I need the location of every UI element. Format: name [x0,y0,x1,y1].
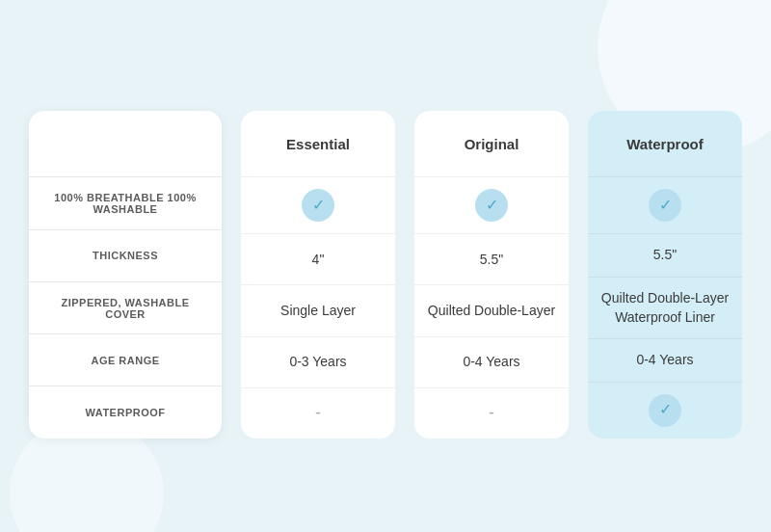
column-header-essential: Essential [241,111,395,176]
data-column-waterproof: Waterproof✓5.5"Quilted Double-Layer Wate… [588,111,742,438]
data-cell-waterproof-0: ✓ [588,176,742,233]
data-cell-original-0: ✓ [414,176,569,233]
check-icon: ✓ [649,394,681,427]
data-cell-essential-1: 4" [241,233,395,284]
data-cell-essential-4: - [241,387,395,439]
check-icon: ✓ [649,189,681,222]
data-columns: Essential✓4"Single Layer0-3 Years-Origin… [231,111,742,438]
data-column-essential: Essential✓4"Single Layer0-3 Years- [241,111,395,438]
check-icon: ✓ [302,189,334,222]
dash-icon: - [315,401,321,425]
data-column-original: Original✓5.5"Quilted Double-Layer0-4 Yea… [414,111,569,438]
data-cell-original-1: 5.5" [414,233,569,284]
label-header [29,111,222,176]
data-cell-essential-2: Single Layer [241,284,395,335]
dash-icon: - [489,401,494,425]
data-cell-essential-0: ✓ [241,176,395,233]
data-cell-waterproof-1: 5.5" [588,233,742,277]
data-cell-original-3: 0-4 Years [414,336,569,387]
row-label: AGE RANGE [29,333,222,386]
data-cell-waterproof-3: 0-4 Years [588,338,742,382]
column-header-waterproof: Waterproof [588,111,742,176]
data-cell-waterproof-2: Quilted Double-Layer Waterproof Liner [588,277,742,338]
data-cell-original-2: Quilted Double-Layer [414,284,569,335]
row-label: THICKNESS [29,229,222,281]
data-cell-original-4: - [414,387,569,439]
row-label: WATERPROOF [29,386,222,438]
label-column: 100% BREATHABLE 100% WASHABLETHICKNESSZI… [29,111,222,438]
data-cell-waterproof-4: ✓ [588,382,742,439]
row-label: 100% BREATHABLE 100% WASHABLE [29,176,222,228]
page-wrapper: 100% BREATHABLE 100% WASHABLETHICKNESSZI… [29,74,742,457]
row-label: ZIPPERED, WASHABLE COVER [29,281,222,333]
comparison-table: 100% BREATHABLE 100% WASHABLETHICKNESSZI… [29,111,742,438]
check-icon: ✓ [475,189,508,222]
data-cell-essential-3: 0-3 Years [241,336,395,387]
column-header-original: Original [414,111,569,176]
